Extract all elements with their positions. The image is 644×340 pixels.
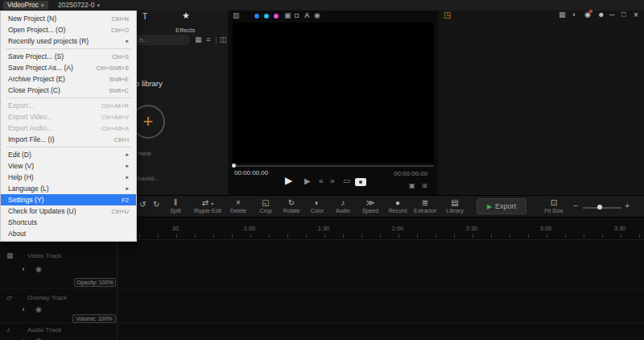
menu-item-label: Check for Updates (U) bbox=[8, 207, 76, 215]
minimize-button[interactable]: ─ bbox=[609, 10, 614, 19]
prev-frame-button[interactable]: « bbox=[319, 176, 324, 185]
menu-item-shortcut: Ctrl+Shift+S bbox=[97, 64, 129, 72]
speaker-icon[interactable]: ◖ bbox=[572, 10, 576, 19]
project-name-button[interactable]: 20250722-0▾ bbox=[58, 1, 100, 10]
menu-item-save-project[interactable]: Save Project... (S) Ctrl+S bbox=[1, 51, 136, 62]
effects-tab-label[interactable]: Effects bbox=[175, 27, 195, 34]
channel-cyan-dot[interactable] bbox=[264, 14, 269, 19]
play-button[interactable]: ▶ bbox=[285, 175, 292, 186]
menu-item-archive-project[interactable]: Archive Project (E) Shift+E bbox=[1, 73, 136, 85]
lock-icon[interactable]: ◘ bbox=[295, 11, 299, 20]
caret-down-icon: ▾ bbox=[97, 2, 100, 8]
close-button[interactable]: × bbox=[634, 10, 638, 19]
fit-size-label: Fit Size bbox=[536, 208, 572, 214]
eye-icon[interactable]: ◉ bbox=[35, 305, 42, 313]
user-icon[interactable]: ☻ bbox=[597, 10, 605, 19]
menu-item-export-audio[interactable]: Export Audio... Ctrl+Alt+A bbox=[1, 122, 136, 134]
fit-size-button[interactable]: ⊡ Fit Size bbox=[536, 198, 572, 214]
zoom-out-button[interactable]: − bbox=[573, 201, 578, 210]
titles-tab-icon[interactable]: T bbox=[142, 12, 147, 21]
overlay-track-name: Overlay Track bbox=[27, 294, 67, 301]
library-button[interactable]: ▤ Library bbox=[439, 198, 471, 214]
menu-item-shortcut: Ctrl+U bbox=[112, 208, 129, 215]
effects-tab-icon[interactable]: ★ bbox=[182, 11, 190, 20]
snapshot-small-icon[interactable]: ▣ bbox=[409, 182, 415, 189]
menu-item-about[interactable]: About bbox=[1, 228, 136, 239]
menu-item-view[interactable]: View (V) ▸ bbox=[1, 160, 136, 172]
menu-item-edit[interactable]: Edit (D) ▸ bbox=[1, 149, 136, 160]
tool-label: Split bbox=[158, 208, 193, 214]
sort-icon[interactable]: ≡ bbox=[206, 35, 210, 44]
submenu-arrow-icon: ▸ bbox=[126, 163, 129, 169]
zoom-slider-track[interactable] bbox=[583, 207, 621, 209]
channel-magenta-dot[interactable] bbox=[274, 14, 279, 19]
seek-bar[interactable] bbox=[233, 165, 434, 167]
seek-handle[interactable] bbox=[232, 164, 236, 168]
app-menu-button[interactable]: VideoProc▾ bbox=[3, 1, 48, 10]
next-frame-button[interactable]: » bbox=[330, 176, 335, 185]
menu-item-label: Settings (Y) bbox=[8, 196, 43, 204]
tool-split[interactable]: ‖ Split bbox=[158, 198, 193, 214]
menu-item-export-video[interactable]: Export Video... Ctrl+Alt+V bbox=[1, 111, 136, 122]
video-viewport[interactable] bbox=[233, 23, 434, 163]
volume-badge[interactable]: Volume: 100% bbox=[72, 314, 116, 323]
fullscreen-icon[interactable]: ⊞ bbox=[422, 182, 427, 189]
menu-item-close-project[interactable]: Close Project (C) Shift+C bbox=[1, 85, 136, 96]
undo-button[interactable]: ↺ bbox=[139, 200, 146, 209]
snapshot-dot bbox=[359, 180, 362, 184]
menu-item-save-project-as[interactable]: Save Project As... (A) Ctrl+Shift+S bbox=[1, 62, 136, 73]
tool-extractor[interactable]: ≣ Extractor bbox=[407, 198, 443, 214]
grid-view-icon[interactable]: ▦ bbox=[195, 35, 202, 44]
menu-item-recently-used[interactable]: Recently used projects (R) ▸ bbox=[1, 35, 136, 47]
histogram-icon[interactable]: ▥ bbox=[233, 11, 240, 20]
maximize-button[interactable]: □ bbox=[621, 10, 625, 19]
menu-item-shortcut: Shift+E bbox=[109, 76, 129, 83]
record-sound-link[interactable]: Sound... bbox=[135, 175, 159, 182]
menu-item-label: Recently used projects (R) bbox=[8, 37, 89, 45]
menu-item-language[interactable]: Language (L) ▸ bbox=[1, 183, 136, 194]
menu-item-label: Open Project... (O) bbox=[8, 26, 65, 34]
library-title: o library bbox=[135, 79, 163, 88]
menu-item-label: Archive Project (E) bbox=[8, 75, 65, 83]
panel-toggle-icon[interactable]: ◫ bbox=[220, 35, 227, 44]
divider bbox=[216, 36, 217, 44]
play-secondary-icon[interactable]: ▶ bbox=[304, 176, 311, 185]
caret-down-icon: ▾ bbox=[211, 201, 213, 206]
menu-item-import-file[interactable]: Import File... (I) Ctrl+I bbox=[1, 134, 136, 145]
app-menu-label: VideoProc bbox=[7, 1, 39, 9]
snapshot-button[interactable] bbox=[355, 178, 366, 186]
eye-icon[interactable]: ◉ bbox=[35, 265, 42, 273]
fit-size-icon: ⊡ bbox=[536, 198, 572, 207]
mask-icon[interactable]: ▣ bbox=[284, 11, 291, 20]
menu-item-label: Close Project (C) bbox=[8, 86, 60, 94]
ruler-label: 2:30 bbox=[466, 225, 478, 232]
camera-icon[interactable]: ▦ bbox=[559, 10, 566, 19]
tool-label: Extractor bbox=[407, 208, 443, 214]
audio-track-name: Audio Track bbox=[27, 326, 61, 334]
menu-item-settings[interactable]: Settings (Y) F2 bbox=[1, 194, 136, 205]
menu-item-new-project[interactable]: New Project (N) Ctrl+N bbox=[1, 13, 136, 24]
menu-item-shortcuts[interactable]: Shortcuts bbox=[1, 217, 136, 228]
zoom-slider-handle[interactable] bbox=[597, 205, 602, 209]
speaker-icon[interactable]: ◖ bbox=[21, 265, 25, 273]
eye-icon[interactable]: ◉ bbox=[314, 11, 320, 20]
library-icon: ▤ bbox=[439, 198, 471, 207]
export-button[interactable]: ▶ Export bbox=[477, 198, 526, 214]
project-name: 20250722-0 bbox=[58, 1, 94, 9]
speaker-icon[interactable]: ◖ bbox=[21, 337, 25, 340]
channel-blue-dot[interactable] bbox=[254, 14, 259, 19]
menu-item-check-for-updates[interactable]: Check for Updates (U) Ctrl+U bbox=[1, 205, 136, 217]
zoom-in-button[interactable]: + bbox=[625, 201, 630, 210]
audio-track-icon: ♪ bbox=[6, 325, 10, 334]
letter-a-icon[interactable]: A bbox=[304, 11, 310, 20]
clip-mark-icon[interactable]: ▭ bbox=[343, 176, 350, 185]
inspector-panel-icon[interactable]: ◳ bbox=[444, 10, 451, 19]
menu-item-help[interactable]: Help (H) ▸ bbox=[1, 172, 136, 183]
menu-item-export[interactable]: Export... Ctrl+Alt+R bbox=[1, 100, 136, 111]
opacity-badge[interactable]: Opacity: 100% bbox=[74, 278, 116, 287]
menu-item-open-project[interactable]: Open Project... (O) Ctrl+O bbox=[1, 24, 136, 35]
eye-icon[interactable]: ◉ bbox=[35, 337, 42, 340]
ruler-label: 1:30 bbox=[318, 225, 330, 232]
menu-separator bbox=[6, 147, 131, 147]
speaker-icon[interactable]: ◖ bbox=[21, 305, 25, 313]
